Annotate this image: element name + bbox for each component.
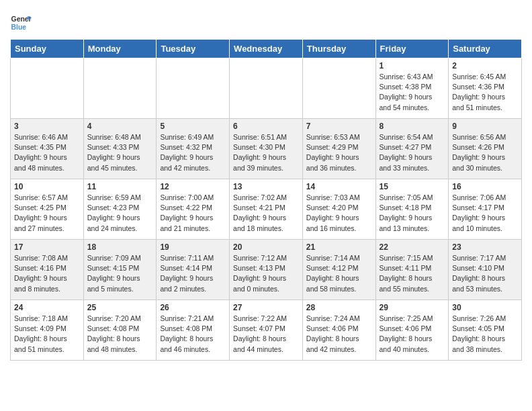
calendar-cell: 11Sunrise: 6:59 AMSunset: 4:23 PMDayligh… [83, 179, 157, 240]
calendar-cell: 19Sunrise: 7:11 AMSunset: 4:14 PMDayligh… [157, 240, 230, 300]
cell-content: Sunrise: 7:15 AMSunset: 4:11 PMDaylight:… [380, 253, 445, 294]
svg-text:Blue: Blue [11, 24, 27, 31]
day-number: 11 [87, 182, 153, 191]
cell-content: Sunrise: 7:00 AMSunset: 4:22 PMDaylight:… [160, 193, 226, 234]
calendar-cell [11, 58, 84, 119]
calendar-cell: 30Sunrise: 7:26 AMSunset: 4:05 PMDayligh… [449, 300, 522, 361]
weekday-header: Saturday [449, 40, 522, 58]
calendar-cell: 21Sunrise: 7:14 AMSunset: 4:12 PMDayligh… [302, 240, 375, 300]
calendar-table: SundayMondayTuesdayWednesdayThursdayFrid… [10, 39, 522, 361]
calendar-cell: 27Sunrise: 7:22 AMSunset: 4:07 PMDayligh… [230, 300, 303, 361]
calendar-cell: 14Sunrise: 7:03 AMSunset: 4:20 PMDayligh… [302, 179, 375, 240]
cell-content: Sunrise: 6:51 AMSunset: 4:30 PMDaylight:… [233, 132, 299, 173]
logo-icon: General Blue [10, 12, 32, 34]
cell-content: Sunrise: 6:59 AMSunset: 4:23 PMDaylight:… [87, 193, 153, 234]
calendar-cell: 26Sunrise: 7:21 AMSunset: 4:08 PMDayligh… [157, 300, 230, 361]
day-number: 26 [160, 303, 226, 312]
day-number: 20 [233, 242, 299, 252]
calendar-cell: 3Sunrise: 6:46 AMSunset: 4:35 PMDaylight… [11, 119, 84, 179]
cell-content: Sunrise: 7:21 AMSunset: 4:08 PMDaylight:… [160, 314, 226, 355]
calendar-cell [302, 58, 375, 119]
cell-content: Sunrise: 7:09 AMSunset: 4:15 PMDaylight:… [87, 253, 153, 294]
cell-content: Sunrise: 7:26 AMSunset: 4:05 PMDaylight:… [452, 314, 518, 355]
cell-content: Sunrise: 7:12 AMSunset: 4:13 PMDaylight:… [233, 253, 299, 294]
weekday-header: Sunday [11, 40, 84, 58]
calendar-cell: 22Sunrise: 7:15 AMSunset: 4:11 PMDayligh… [375, 240, 449, 300]
day-number: 19 [160, 242, 226, 252]
day-number: 17 [14, 242, 80, 252]
page-header: General Blue [10, 7, 522, 34]
calendar-cell: 24Sunrise: 7:18 AMSunset: 4:09 PMDayligh… [11, 300, 84, 361]
cell-content: Sunrise: 7:05 AMSunset: 4:18 PMDaylight:… [380, 193, 445, 234]
day-number: 10 [14, 182, 80, 191]
calendar-cell: 29Sunrise: 7:25 AMSunset: 4:06 PMDayligh… [375, 300, 449, 361]
day-number: 15 [380, 182, 445, 191]
calendar-cell: 23Sunrise: 7:17 AMSunset: 4:10 PMDayligh… [449, 240, 522, 300]
calendar-cell: 28Sunrise: 7:24 AMSunset: 4:06 PMDayligh… [302, 300, 375, 361]
calendar-week-row: 10Sunrise: 6:57 AMSunset: 4:25 PMDayligh… [11, 179, 522, 240]
weekday-header: Friday [375, 40, 449, 58]
cell-content: Sunrise: 7:22 AMSunset: 4:07 PMDaylight:… [233, 314, 299, 355]
calendar-week-row: 24Sunrise: 7:18 AMSunset: 4:09 PMDayligh… [11, 300, 522, 361]
day-number: 1 [380, 61, 445, 71]
cell-content: Sunrise: 7:06 AMSunset: 4:17 PMDaylight:… [452, 193, 518, 234]
day-number: 28 [306, 303, 372, 312]
calendar-cell: 7Sunrise: 6:53 AMSunset: 4:29 PMDaylight… [302, 119, 375, 179]
day-number: 14 [306, 182, 372, 191]
weekday-header-row: SundayMondayTuesdayWednesdayThursdayFrid… [11, 40, 522, 58]
cell-content: Sunrise: 6:48 AMSunset: 4:33 PMDaylight:… [87, 132, 153, 173]
calendar-cell: 16Sunrise: 7:06 AMSunset: 4:17 PMDayligh… [449, 179, 522, 240]
logo: General Blue [10, 12, 32, 34]
cell-content: Sunrise: 6:46 AMSunset: 4:35 PMDaylight:… [14, 132, 80, 173]
calendar-cell [157, 58, 230, 119]
calendar-cell: 2Sunrise: 6:45 AMSunset: 4:36 PMDaylight… [449, 58, 522, 119]
day-number: 7 [306, 122, 372, 131]
calendar-cell: 12Sunrise: 7:00 AMSunset: 4:22 PMDayligh… [157, 179, 230, 240]
weekday-header: Thursday [302, 40, 375, 58]
day-number: 9 [452, 122, 518, 131]
calendar-cell: 8Sunrise: 6:54 AMSunset: 4:27 PMDaylight… [375, 119, 449, 179]
cell-content: Sunrise: 7:03 AMSunset: 4:20 PMDaylight:… [306, 193, 372, 234]
cell-content: Sunrise: 7:11 AMSunset: 4:14 PMDaylight:… [160, 253, 226, 294]
cell-content: Sunrise: 7:25 AMSunset: 4:06 PMDaylight:… [380, 314, 445, 355]
calendar-cell [230, 58, 303, 119]
cell-content: Sunrise: 6:54 AMSunset: 4:27 PMDaylight:… [380, 132, 445, 173]
day-number: 23 [452, 242, 518, 252]
calendar-cell: 6Sunrise: 6:51 AMSunset: 4:30 PMDaylight… [230, 119, 303, 179]
weekday-header: Wednesday [230, 40, 303, 58]
cell-content: Sunrise: 7:02 AMSunset: 4:21 PMDaylight:… [233, 193, 299, 234]
calendar-week-row: 1Sunrise: 6:43 AMSunset: 4:38 PMDaylight… [11, 58, 522, 119]
cell-content: Sunrise: 7:14 AMSunset: 4:12 PMDaylight:… [306, 253, 372, 294]
cell-content: Sunrise: 7:17 AMSunset: 4:10 PMDaylight:… [452, 253, 518, 294]
calendar-week-row: 3Sunrise: 6:46 AMSunset: 4:35 PMDaylight… [11, 119, 522, 179]
calendar-cell: 4Sunrise: 6:48 AMSunset: 4:33 PMDaylight… [83, 119, 157, 179]
day-number: 13 [233, 182, 299, 191]
cell-content: Sunrise: 6:53 AMSunset: 4:29 PMDaylight:… [306, 132, 372, 173]
weekday-header: Tuesday [157, 40, 230, 58]
day-number: 30 [452, 303, 518, 312]
day-number: 3 [14, 122, 80, 131]
day-number: 22 [380, 242, 445, 252]
day-number: 27 [233, 303, 299, 312]
calendar-cell: 13Sunrise: 7:02 AMSunset: 4:21 PMDayligh… [230, 179, 303, 240]
calendar-cell: 20Sunrise: 7:12 AMSunset: 4:13 PMDayligh… [230, 240, 303, 300]
day-number: 24 [14, 303, 80, 312]
day-number: 5 [160, 122, 226, 131]
calendar-cell: 10Sunrise: 6:57 AMSunset: 4:25 PMDayligh… [11, 179, 84, 240]
day-number: 4 [87, 122, 153, 131]
cell-content: Sunrise: 7:24 AMSunset: 4:06 PMDaylight:… [306, 314, 372, 355]
cell-content: Sunrise: 7:18 AMSunset: 4:09 PMDaylight:… [14, 314, 80, 355]
day-number: 18 [87, 242, 153, 252]
cell-content: Sunrise: 6:45 AMSunset: 4:36 PMDaylight:… [452, 72, 518, 113]
calendar-cell: 1Sunrise: 6:43 AMSunset: 4:38 PMDaylight… [375, 58, 449, 119]
cell-content: Sunrise: 7:20 AMSunset: 4:08 PMDaylight:… [87, 314, 153, 355]
day-number: 8 [380, 122, 445, 131]
day-number: 12 [160, 182, 226, 191]
day-number: 29 [380, 303, 445, 312]
day-number: 21 [306, 242, 372, 252]
calendar-cell: 18Sunrise: 7:09 AMSunset: 4:15 PMDayligh… [83, 240, 157, 300]
cell-content: Sunrise: 6:43 AMSunset: 4:38 PMDaylight:… [380, 72, 445, 113]
calendar-week-row: 17Sunrise: 7:08 AMSunset: 4:16 PMDayligh… [11, 240, 522, 300]
day-number: 25 [87, 303, 153, 312]
day-number: 2 [452, 61, 518, 71]
